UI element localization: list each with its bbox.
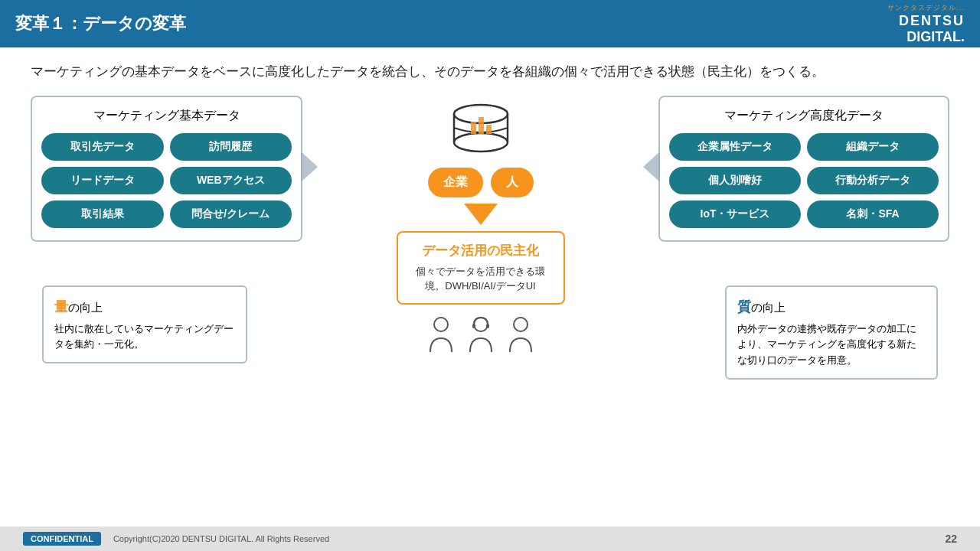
down-arrow-icon [464, 204, 498, 225]
tag-right-3: 個人別嗜好 [669, 167, 801, 194]
oval-person: 人 [491, 168, 534, 197]
page-number: 22 [945, 533, 957, 545]
tag-right-2: 組織データ [807, 133, 939, 161]
arrow-right-icon [301, 152, 318, 185]
page-title: 変革１：データの変革 [15, 12, 186, 35]
tag-left-3: リードデータ [41, 167, 164, 194]
right-callout-box: 質の向上 内外データの連携や既存データの加工により、マーケティングを高度化する新… [725, 285, 938, 380]
center-box-title: データ活用の民主化 [412, 242, 550, 259]
right-callout-body: 内外データの連携や既存データの加工により、マーケティングを高度化する新たな切り口… [737, 321, 926, 369]
database-icon [446, 100, 515, 165]
tag-right-6: 名刺・SFA [807, 201, 939, 228]
tag-left-1: 取引先データ [41, 133, 164, 161]
logo-main: DENTSU [899, 13, 965, 29]
left-callout-body: 社内に散在しているマーケティングデータを集約・一元化。 [54, 321, 235, 354]
footer: CONFIDENTIAL Copyright(C)2020 DENTSU DIG… [0, 527, 980, 551]
svg-point-9 [434, 318, 448, 331]
tag-right-5: IoT・サービス [669, 201, 801, 228]
right-callout-bold: 質 [737, 299, 751, 315]
left-tags-grid: 取引先データ 訪問履歴 リードデータ WEBアクセス 取引結果 問合せ/クレーム [41, 133, 292, 228]
oval-row: 企業 人 [428, 168, 534, 197]
svg-rect-7 [479, 117, 484, 134]
center-area: 企業 人 データ活用の民主化 個々でデータを活用できる環境。DWH/BI/AI/… [302, 96, 658, 355]
person-icon-1 [426, 315, 456, 355]
tag-left-4: WEBアクセス [170, 167, 292, 194]
logo-tagline: サンクタスデジタル... [887, 3, 965, 13]
svg-rect-6 [471, 122, 476, 134]
left-callout-bold: 量 [54, 299, 68, 315]
svg-rect-11 [472, 324, 475, 328]
left-callout-heading: 量の向上 [54, 296, 235, 318]
main-content: マーケティングの基本データをベースに高度化したデータを統合し、そのデータを各組織… [0, 47, 980, 444]
tag-left-6: 問合せ/クレーム [170, 201, 292, 228]
tag-right-1: 企業属性データ [669, 133, 801, 161]
svg-rect-12 [486, 324, 489, 328]
confidential-badge: CONFIDENTIAL [23, 532, 101, 546]
svg-marker-0 [301, 152, 318, 182]
svg-marker-1 [643, 152, 660, 182]
person-icon-3 [506, 315, 535, 355]
subtitle-text: マーケティングの基本データをベースに高度化したデータを統合し、そのデータを各組織… [31, 61, 949, 83]
arrow-left-icon [643, 152, 660, 185]
left-main-box: マーケティング基本データ 取引先データ 訪問履歴 リードデータ WEBアクセス … [31, 96, 302, 242]
diagram-area: マーケティング基本データ 取引先データ 訪問履歴 リードデータ WEBアクセス … [31, 96, 949, 444]
people-row [426, 315, 535, 355]
center-box-text: 個々でデータを活用できる環境。DWH/BI/AI/データUI [412, 264, 550, 294]
oval-company: 企業 [428, 168, 483, 197]
header: 変革１：データの変革 サンクタスデジタル... DENTSU DIGITAL. [0, 0, 980, 47]
right-main-box: マーケティング高度化データ 企業属性データ 組織データ 個人別嗜好 行動分析デー… [658, 96, 949, 242]
svg-point-3 [454, 133, 508, 152]
left-callout-text: の向上 [68, 301, 103, 314]
tag-right-4: 行動分析データ [807, 167, 939, 194]
logo-area: サンクタスデジタル... DENTSU DIGITAL. [887, 3, 965, 45]
left-callout-box: 量の向上 社内に散在しているマーケティングデータを集約・一元化。 [42, 285, 247, 364]
right-box-title: マーケティング高度化データ [669, 108, 939, 124]
left-box-title: マーケティング基本データ [41, 108, 292, 124]
center-box: データ活用の民主化 個々でデータを活用できる環境。DWH/BI/AI/データUI [397, 231, 565, 305]
tag-left-5: 取引結果 [41, 201, 164, 228]
right-callout-heading: 質の向上 [737, 296, 926, 318]
right-tags-grid: 企業属性データ 組織データ 個人別嗜好 行動分析データ IoT・サービス 名刺・… [669, 133, 939, 228]
tag-left-2: 訪問履歴 [170, 133, 292, 161]
right-callout-text: の向上 [751, 301, 786, 314]
svg-rect-8 [486, 125, 492, 134]
copyright-text: Copyright(C)2020 DENTSU DIGITAL. All Rig… [113, 534, 946, 543]
person-icon-2 [466, 315, 495, 355]
svg-point-13 [514, 318, 528, 331]
logo-sub: DIGITAL. [906, 29, 965, 45]
